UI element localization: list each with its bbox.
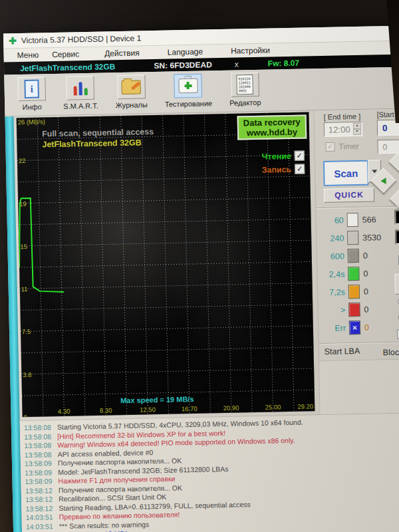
menu-item-menu[interactable]: Меню <box>11 50 46 60</box>
defect-col-start-lba: Start LBA <box>325 346 360 356</box>
binary-document-icon: 010110110011 1010000001 <box>236 74 253 94</box>
legend-checkbox[interactable]: ✓ <box>295 151 305 161</box>
x-axis-label: 4.30 <box>58 408 70 415</box>
y-axis-label: 15 <box>20 243 27 250</box>
bucket-color-swatch <box>348 303 360 317</box>
bucket-label: 7,2s <box>321 287 345 297</box>
y-axis-label: 3.8 <box>23 371 31 378</box>
menu-item-service[interactable]: Сервис <box>45 49 86 59</box>
toolbar-button-logs[interactable]: Журналы <box>115 74 148 109</box>
bucket-label: 600 <box>320 251 344 261</box>
play-button[interactable] <box>394 273 399 295</box>
x-axis-label: 29.20 <box>297 402 313 410</box>
toolbar-button-info[interactable]: i Инфо <box>17 76 46 111</box>
log-timestamp: 13:58:08 <box>24 432 57 442</box>
speed-bucket-row: Err✕0 <box>321 318 395 337</box>
speed-bucket-row: 2403530 <box>319 228 393 247</box>
toolbar-button-smart[interactable]: S.M.A.R.T. <box>63 76 98 110</box>
defect-col-block: Block <box>383 348 399 358</box>
bucket-count: 0 <box>364 287 368 296</box>
y-axis-label: 22 <box>19 157 26 164</box>
y-axis-label: 7.5 <box>22 328 31 335</box>
menu-item-settings[interactable]: Настройки <box>224 45 277 56</box>
bucket-label: 240 <box>319 233 344 243</box>
max-speed-note: Max speed = 19 MB/s <box>120 395 194 404</box>
nav-up-button[interactable] <box>388 149 399 176</box>
bucket-color-swatch <box>347 231 358 245</box>
legend-row: Чтение✓ <box>261 151 305 162</box>
menu-item-language[interactable]: Language <box>161 47 210 57</box>
bucket-count: 0 <box>364 323 369 332</box>
bucket-count: 0 <box>364 305 368 314</box>
timer-checkbox[interactable]: ✓ Timer <box>325 142 358 152</box>
quick-button[interactable]: QUICK <box>324 188 374 203</box>
timer-checkbox-box[interactable]: ✓ <box>325 142 334 152</box>
bucket-label: 60 <box>319 215 344 225</box>
scan-button[interactable]: Scan <box>323 160 369 186</box>
log-timestamp: 14:03:51 <box>25 513 59 523</box>
log-timestamp: 13:58:09 <box>25 477 58 487</box>
timer-label: Timer <box>338 142 358 152</box>
log-message: API access enabled, device #0 <box>58 448 154 458</box>
log-timestamp: 13:58:08 <box>24 423 57 433</box>
device-firmware: Fw: 8.07 <box>268 58 300 68</box>
arrow-left-icon <box>380 178 386 184</box>
speed-bucket-row: 2,4s0 <box>320 264 394 283</box>
log-timestamp: 13:58:12 <box>25 504 59 514</box>
y-axis-unit-label: 26 (MB/s) <box>18 118 45 126</box>
bucket-color-swatch <box>347 213 358 227</box>
bucket-color-swatch <box>348 267 359 281</box>
nav-down-button[interactable] <box>389 186 399 213</box>
x-axis-label: 8.30 <box>100 406 112 414</box>
speed-buckets: 60566240353060002,4s07,2s0>0Err✕0 <box>319 210 394 337</box>
end-time-input[interactable]: 12:00 ▲▼ <box>324 122 362 137</box>
scan-graph: 26 (MB/s) Full scan, sequential access J… <box>17 112 315 417</box>
log-timestamp: 13:58:12 <box>25 495 59 505</box>
legend-checkbox[interactable]: ✓ <box>295 164 305 174</box>
end-time-spinner[interactable]: ▲▼ <box>353 123 361 135</box>
timer-value-input[interactable]: 0 <box>377 139 399 154</box>
time-remaining-display: 4: <box>394 209 399 225</box>
bucket-color-swatch: ✕ <box>349 321 360 334</box>
bucket-count: 3530 <box>362 233 381 243</box>
device-serial: SN: 6FD3DEAD <box>154 60 212 70</box>
speed-bucket-row: 7,2s0 <box>321 282 394 301</box>
log-message: Прервано по желанию пользователя! <box>59 510 180 521</box>
app-window: ✚ Victoria 5.37 HDD/SSD | Device 1 Меню … <box>3 25 399 532</box>
info-icon: i <box>24 80 39 98</box>
toolbar-button-editor[interactable]: 010110110011 1010000001 Редактор <box>229 72 261 107</box>
device-close-button[interactable]: x <box>235 59 239 68</box>
device-tab[interactable]: JetFlashTranscend 32GB <box>20 62 116 73</box>
bucket-color-swatch <box>348 249 359 263</box>
bucket-count: 566 <box>362 215 376 224</box>
toolbar-button-testing[interactable]: Тестирование <box>164 73 212 108</box>
divider <box>319 341 399 344</box>
watermark-hddby: Data recovery www.hdd.by <box>237 114 307 140</box>
smart-bars-icon <box>73 80 87 95</box>
x-axis-label: 16.70 <box>182 405 198 412</box>
y-axis-label: 19 <box>19 200 27 207</box>
legend-label: Чтение <box>262 151 291 161</box>
bucket-count: 0 <box>363 269 368 278</box>
log-timestamp: 13:58:09 <box>25 459 58 469</box>
app-plus-icon: ✚ <box>9 36 17 45</box>
log-message: Recalibration... SCSI Start Unit OK <box>59 493 166 503</box>
log-timestamp: 13:58:09 <box>25 468 58 478</box>
bucket-color-swatch <box>348 285 360 299</box>
defect-list <box>319 358 399 414</box>
y-axis-label: 0 <box>23 414 27 417</box>
speed-bucket-row: 60566 <box>319 210 392 229</box>
log-timestamp: 14:03:51 <box>26 522 59 532</box>
log-timestamp: 13:58:08 <box>25 450 58 460</box>
speed-bucket-row: 6000 <box>320 246 394 265</box>
folder-icon <box>122 80 141 94</box>
legend-label: Запись <box>261 164 291 174</box>
x-axis-label: 12.50 <box>140 406 156 413</box>
log-message: *** Scan results: no warnings <box>59 520 150 530</box>
menu-item-actions[interactable]: Действия <box>98 48 146 58</box>
first-aid-case-icon <box>178 78 198 94</box>
photo-stage: ✚ Victoria 5.37 HDD/SSD | Device 1 Меню … <box>0 0 399 532</box>
bucket-label: Err <box>321 323 346 333</box>
window-title: Victoria 5.37 HDD/SSD | Device 1 <box>21 33 142 45</box>
x-axis-label: 20.90 <box>223 404 239 412</box>
